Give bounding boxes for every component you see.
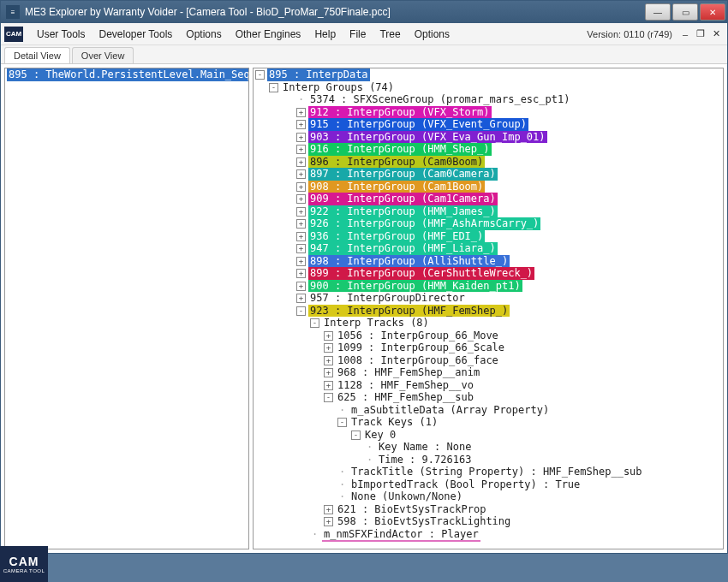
tree-node[interactable]: +1008 : InterpGroup_66_face — [254, 354, 723, 367]
tree-node[interactable]: +903 : InterpGroup (VFX_Eva_Gun_Imp_01) — [254, 131, 723, 144]
menu-item[interactable]: Tree — [373, 27, 407, 42]
maximize-button[interactable]: ▭ — [672, 3, 698, 21]
collapse-icon[interactable]: - — [337, 418, 347, 427]
titlebar[interactable]: ≡ ME3 Explorer by Warranty Voider - [Cam… — [1, 1, 727, 23]
tree-node[interactable]: -895 : InterpData — [254, 68, 723, 81]
collapse-icon[interactable]: - — [255, 70, 265, 80]
minimize-button[interactable]: — — [645, 3, 671, 21]
tree-node[interactable]: ·TrackTitle (String Property) : HMF_FemS… — [254, 466, 723, 478]
tree-node-label: 903 : InterpGroup (VFX_Eva_Gun_Imp_01) — [308, 131, 547, 144]
tree-node[interactable]: -Interp Groups (74) — [254, 81, 723, 94]
tree-node[interactable]: +912 : InterpGroup (VFX_Storm) — [254, 106, 723, 119]
menu-item[interactable]: File — [343, 27, 373, 42]
tree-node[interactable]: -Key 0 — [254, 429, 723, 442]
left-tree-pane[interactable]: 895 : TheWorld.PersistentLevel.Main_Sequ… — [4, 68, 249, 549]
menu-item[interactable]: Other Engines — [229, 27, 308, 42]
expand-icon[interactable]: + — [296, 182, 306, 192]
right-tree-pane[interactable]: -895 : InterpData-Interp Groups (74)·537… — [253, 68, 724, 549]
menu-item[interactable]: Help — [307, 27, 343, 42]
tree-node[interactable]: +947 : InterpGroup (HMF_Liara_) — [254, 242, 723, 255]
expand-icon[interactable]: + — [296, 194, 306, 204]
tree-node[interactable]: +922 : InterpGroup (HMM_James_) — [254, 205, 723, 218]
collapse-icon[interactable]: - — [296, 306, 306, 316]
tree-node[interactable]: 895 : TheWorld.PersistentLevel.Main_Sequ… — [5, 68, 248, 81]
tree-node[interactable]: +957 : InterpGroupDirector — [254, 292, 723, 305]
tab[interactable]: Detail View — [4, 47, 70, 63]
expand-icon[interactable]: + — [296, 133, 306, 142]
tree-node[interactable]: +899 : InterpGroup (CerShuttleWreck_) — [254, 267, 723, 280]
expand-icon[interactable]: + — [296, 232, 306, 241]
collapse-icon[interactable]: - — [324, 393, 333, 402]
tree-node[interactable]: ·m_nmSFXFindActor : Player — [254, 528, 723, 543]
tree-node[interactable]: +1056 : InterpGroup_66_Move — [254, 330, 723, 342]
expand-icon[interactable]: + — [296, 169, 306, 179]
collapse-icon[interactable]: - — [269, 83, 278, 92]
menu-item[interactable]: Developer Tools — [92, 27, 179, 42]
tree-node[interactable]: +896 : InterpGroup (Cam0Boom) — [254, 156, 723, 169]
tree-node[interactable]: +915 : InterpGroup (VFX_Event_Group) — [254, 118, 723, 131]
expand-icon[interactable]: + — [296, 108, 306, 117]
mdi-minimize-button[interactable]: – — [677, 29, 693, 39]
tree-node[interactable]: ·bImportedTrack (Bool Property) : True — [254, 478, 723, 491]
expand-icon[interactable]: + — [324, 505, 333, 514]
expand-icon[interactable]: + — [296, 257, 306, 266]
tree-node[interactable]: +900 : InterpGroup (HMM_Kaiden_pt1) — [254, 280, 723, 293]
expand-icon[interactable]: + — [324, 331, 333, 341]
tree-leaf-icon: · — [365, 441, 374, 454]
expand-icon[interactable]: + — [296, 244, 306, 253]
tree-node-label: 895 : TheWorld.PersistentLevel.Main_Sequ… — [7, 68, 249, 81]
tree-node-label: 916 : InterpGroup (HMM_Shep_) — [308, 143, 492, 156]
close-button[interactable]: ✕ — [700, 3, 725, 21]
tab-bar: Detail ViewOver View — [1, 45, 727, 64]
tree-node[interactable]: +598 : BioEvtSysTrackLighting — [254, 515, 723, 528]
tree-node[interactable]: ·None (Unkown/None) — [254, 490, 723, 503]
expand-icon[interactable]: + — [296, 145, 306, 154]
expand-icon[interactable]: + — [324, 381, 333, 390]
expand-icon[interactable]: + — [324, 356, 333, 365]
tree-node[interactable]: ·Time : 9.726163 — [254, 454, 723, 466]
expand-icon[interactable]: + — [296, 294, 306, 303]
tree-node[interactable]: +908 : InterpGroup (Cam1Boom) — [254, 181, 723, 193]
tree-node[interactable]: +909 : InterpGroup (Cam1Camera) — [254, 193, 723, 205]
collapse-icon[interactable]: - — [351, 431, 361, 440]
expand-icon[interactable]: + — [296, 207, 306, 217]
tree-node[interactable]: +897 : InterpGroup (Cam0Camera) — [254, 168, 723, 181]
expand-icon[interactable]: + — [324, 343, 333, 353]
collapse-icon[interactable]: - — [310, 318, 319, 328]
taskbar-icon[interactable]: CAM CAMERA TOOL — [0, 546, 48, 582]
tree-node-label: bImportedTrack (Bool Property) : True — [349, 478, 582, 491]
tree-node-label: None (Unkown/None) — [349, 490, 464, 503]
tree-node[interactable]: +621 : BioEvtSysTrackProp — [254, 503, 723, 516]
expand-icon[interactable]: + — [324, 368, 333, 377]
tree-node[interactable]: +1099 : InterpGroup_66_Scale — [254, 341, 723, 354]
tree-node[interactable]: -923 : InterpGroup (HMF_FemShep_) — [254, 305, 723, 318]
tree-node[interactable]: -Interp Tracks (8) — [254, 317, 723, 330]
menu-item[interactable]: Options — [408, 27, 456, 42]
tree-node[interactable]: +936 : InterpGroup (HMF_EDI_) — [254, 230, 723, 243]
mdi-close-button[interactable]: ✕ — [708, 28, 724, 39]
expand-icon[interactable]: + — [296, 269, 306, 278]
tree-node[interactable]: +1128 : HMF_FemShep__vo — [254, 379, 723, 392]
tree-node[interactable]: +926 : InterpGroup (HMF_AshArmsCarry_) — [254, 217, 723, 230]
tree-node[interactable]: ·5374 : SFXSceneGroup (promar_mars_esc_p… — [254, 93, 723, 106]
tree-node[interactable]: -Track Keys (1) — [254, 416, 723, 429]
main-menu: CAM User ToolsDeveloper ToolsOptionsOthe… — [1, 23, 727, 45]
expand-icon[interactable]: + — [296, 282, 306, 291]
mdi-restore-button[interactable]: ❐ — [693, 28, 708, 39]
tree-node-label: Track Keys (1) — [349, 416, 439, 429]
tree-node-label: 896 : InterpGroup (Cam0Boom) — [308, 156, 485, 169]
expand-icon[interactable]: + — [324, 517, 333, 526]
expand-icon[interactable]: + — [296, 157, 306, 167]
tree-node[interactable]: +916 : InterpGroup (HMM_Shep_) — [254, 143, 723, 156]
expand-icon[interactable]: + — [296, 219, 306, 229]
menu-item[interactable]: Options — [179, 27, 228, 42]
menu-item[interactable]: User Tools — [30, 27, 92, 42]
tree-node[interactable]: +968 : HMF_FemShep__anim — [254, 366, 723, 379]
expand-icon[interactable]: + — [296, 120, 306, 129]
tree-node[interactable]: -625 : HMF_FemShep__sub — [254, 391, 723, 404]
tool-icon: CAM — [4, 27, 23, 42]
tree-node[interactable]: +898 : InterpGroup (AlliShuttle_) — [254, 255, 723, 268]
tab[interactable]: Over View — [72, 47, 134, 63]
tree-node[interactable]: ·m_aSubtitleData (Array Property) — [254, 404, 723, 417]
tree-node[interactable]: ·Key Name : None — [254, 441, 723, 454]
